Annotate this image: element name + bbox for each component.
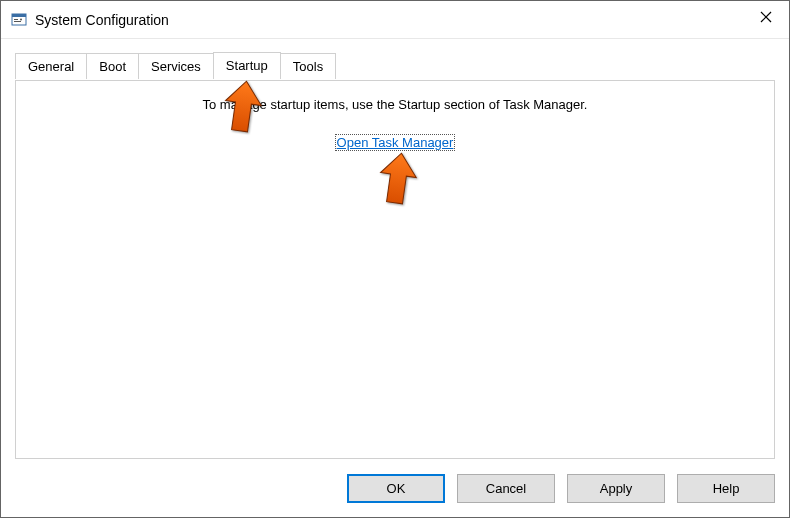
help-button-label: Help (713, 481, 740, 496)
tab-strip: General Boot Services Startup Tools (15, 53, 775, 79)
tab-tools-label: Tools (293, 59, 323, 74)
system-configuration-window: System Configuration PCrisk .com General… (0, 0, 790, 518)
client-area: General Boot Services Startup Tools To m… (15, 53, 775, 459)
close-button[interactable] (743, 1, 789, 33)
ok-button-label: OK (387, 481, 406, 496)
ok-button[interactable]: OK (347, 474, 445, 503)
dialog-button-row: OK Cancel Apply Help (347, 474, 775, 503)
tab-services-label: Services (151, 59, 201, 74)
startup-panel-content: To manage startup items, use the Startup… (16, 97, 774, 151)
tab-tools[interactable]: Tools (280, 53, 336, 79)
cancel-button[interactable]: Cancel (457, 474, 555, 503)
svg-rect-2 (14, 19, 18, 20)
tab-services[interactable]: Services (138, 53, 214, 79)
titlebar: System Configuration (1, 1, 789, 39)
tab-boot[interactable]: Boot (86, 53, 139, 79)
app-icon (11, 12, 27, 28)
window-title: System Configuration (35, 12, 169, 28)
tab-startup[interactable]: Startup (213, 52, 281, 79)
tab-startup-label: Startup (226, 58, 268, 73)
tab-general-label: General (28, 59, 74, 74)
svg-rect-3 (14, 21, 21, 22)
tab-panel-startup: To manage startup items, use the Startup… (15, 80, 775, 459)
svg-rect-1 (12, 14, 26, 17)
cancel-button-label: Cancel (486, 481, 526, 496)
help-button[interactable]: Help (677, 474, 775, 503)
svg-point-4 (20, 18, 22, 20)
apply-button-label: Apply (600, 481, 633, 496)
startup-instruction: To manage startup items, use the Startup… (16, 97, 774, 112)
tab-general[interactable]: General (15, 53, 87, 79)
apply-button[interactable]: Apply (567, 474, 665, 503)
tab-boot-label: Boot (99, 59, 126, 74)
open-task-manager-link[interactable]: Open Task Manager (335, 134, 456, 151)
